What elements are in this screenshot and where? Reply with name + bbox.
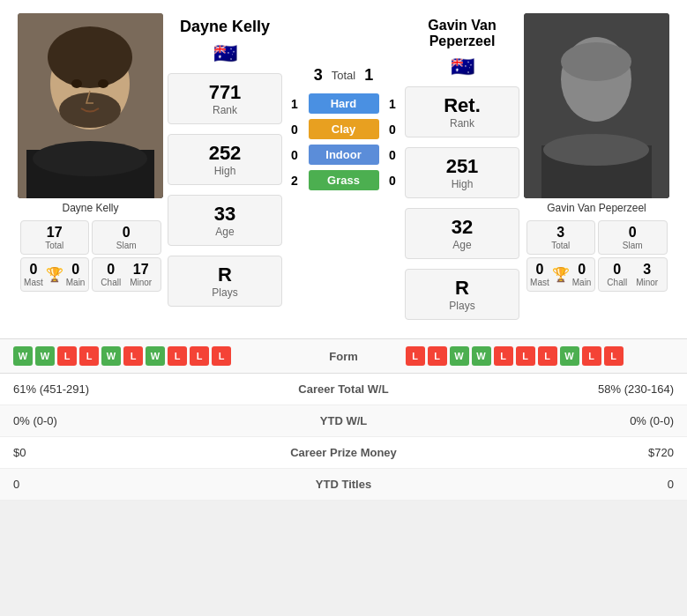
left-plays-label: Plays [173,286,277,299]
right-form-badges: LLWWLLLWLL [406,346,675,366]
right-mast-stat: 0 Mast 🏆 0 Main [526,257,596,292]
form-badge-l: L [212,346,231,366]
grass-left: 2 [288,174,302,188]
ytd-wl-row: 0% (0-0) YTD W/L 0% (0-0) [0,405,687,437]
form-badge-w: W [13,346,33,366]
svg-point-3 [59,93,121,128]
right-prize: $720 [423,446,675,459]
right-chall-label: Chall [607,278,627,287]
prize-row: $0 Career Prize Money $720 [0,437,687,469]
right-career-wl: 58% (230-164) [423,382,675,396]
left-slam-label: Slam [95,241,158,250]
form-badge-l: L [604,346,624,366]
right-high-label: High [410,178,514,190]
prize-label: Career Prize Money [265,446,423,459]
middle-comparison: 3 Total 1 1 Hard 1 0 Clay 0 0 Indoor 0 [278,13,409,325]
titles-label: YTD Titles [265,478,423,491]
left-high-value: 252 [173,142,277,165]
left-trophy-icon: 🏆 [46,266,63,283]
right-age-label: Age [410,239,514,251]
titles-row: 0 YTD Titles 0 [0,469,687,501]
left-plays-value: R [173,263,277,286]
left-main-label: Main [66,278,86,287]
grass-row: 2 Grass 0 [288,170,400,190]
right-face-silhouette [524,13,669,198]
left-career-wl: 61% (451-291) [13,382,265,396]
left-player-column: Dayne Kelly 17 Total 0 Slam 0 Mast 🏆 [9,13,172,325]
form-badge-w: W [35,346,55,366]
left-mast-value: 0 [24,262,43,278]
right-mast-value: 0 [530,262,549,278]
left-rank-label: Rank [173,104,277,116]
right-slam-label: Slam [601,241,664,250]
svg-point-12 [561,42,631,81]
bottom-section: WWLLWLWLLL Form LLWWLLLWLL 61% (451-291)… [0,338,687,501]
right-slam-stat: 0 Slam [598,220,668,255]
left-mast-label: Mast [24,278,43,287]
left-chall-minor-stat: 0 Chall 17 Minor [92,257,161,292]
form-badge-l: L [538,346,557,366]
form-label: Form [282,350,406,363]
svg-point-6 [71,79,82,88]
right-player-photo [524,13,669,198]
right-high-box: 251 High [405,147,519,198]
svg-point-5 [33,141,147,176]
indoor-left: 0 [288,148,302,162]
clay-button: Clay [309,119,379,139]
right-flag: 🇦🇺 [451,56,474,78]
right-main-label: Main [572,278,592,287]
form-badge-l: L [79,346,99,366]
left-player-name-below: Dayne Kelly [62,202,118,214]
right-stat-boxes: Gavin Van Peperzeel 🇦🇺 Ret. Rank 251 Hig… [409,13,515,325]
right-total-stat: 3 Total [526,220,596,255]
right-plays-label: Plays [410,300,514,312]
left-slam-stat: 0 Slam [92,220,161,255]
left-age-box: 33 Age [168,195,282,246]
right-minor-value: 3 [636,262,658,278]
left-flag: 🇦🇺 [213,42,237,65]
left-main-value: 0 [66,262,86,278]
hard-row: 1 Hard 1 [288,93,400,114]
left-ytd-titles: 0 [13,478,265,491]
right-total-value: 3 [530,225,593,241]
form-badge-l: L [190,346,209,366]
left-player-photo [18,13,163,198]
right-age-value: 32 [410,216,514,239]
form-badge-l: L [516,346,535,366]
form-row: WWLLWLWLLL Form LLWWLLLWLL [0,339,687,374]
right-plays-value: R [410,277,514,300]
right-trophy-icon: 🏆 [552,266,570,283]
form-badge-l: L [168,346,187,366]
svg-point-11 [543,134,649,166]
left-rank-box: 771 Rank [168,73,282,124]
left-total-label: Total [24,241,86,250]
right-plays-box: R Plays [405,269,519,320]
right-total-label: Total [530,241,593,250]
left-age-value: 33 [173,203,277,226]
career-wl-row: 61% (451-291) Career Total W/L 58% (230-… [0,374,687,405]
form-badge-l: L [123,346,143,366]
total-left: 3 [314,66,323,85]
right-rank-value: Ret. [410,94,514,117]
form-badge-w: W [101,346,121,366]
hard-left: 1 [288,97,302,111]
right-chall-minor-stat: 0 Chall 3 Minor [598,257,668,292]
clay-left: 0 [288,122,302,137]
right-mast-label: Mast [530,278,549,287]
left-chall-value: 0 [101,262,121,278]
left-total-stat: 17 Total [20,220,90,255]
right-slam-value: 0 [601,225,664,241]
left-age-label: Age [173,226,277,238]
grass-button: Grass [309,170,379,190]
top-area: Dayne Kelly 17 Total 0 Slam 0 Mast 🏆 [0,0,687,334]
clay-right: 0 [386,122,400,137]
left-form-badges: WWLLWLWLLL [13,346,282,366]
right-player-column: Gavin Van Peperzeel 3 Total 0 Slam 0 Mas… [515,13,678,325]
stats-table: 61% (451-291) Career Total W/L 58% (230-… [0,374,687,501]
right-chall-value: 0 [607,262,627,278]
right-player-name: Gavin Van Peperzeel [409,18,515,49]
ytd-wl-label: YTD W/L [265,414,423,427]
career-wl-label: Career Total W/L [265,382,423,396]
right-high-value: 251 [410,155,514,178]
grass-right: 0 [386,174,400,188]
